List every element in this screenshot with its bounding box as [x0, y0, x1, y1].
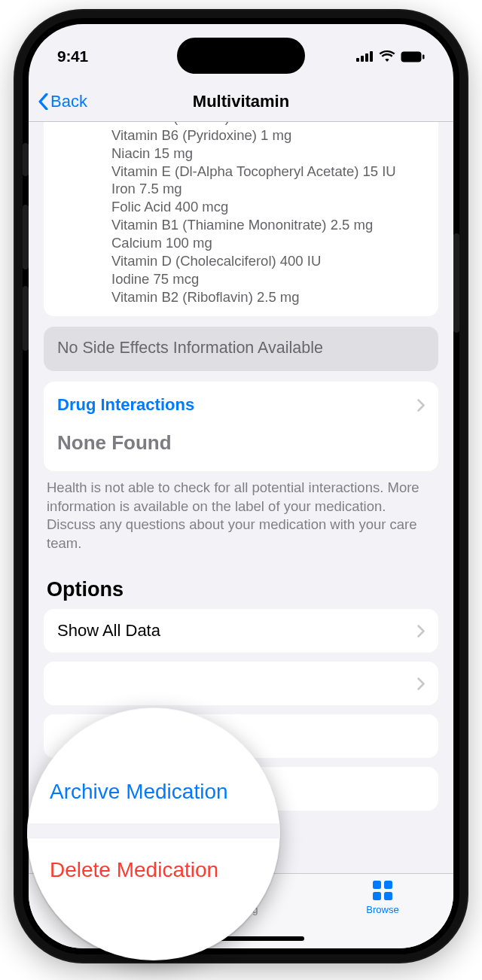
show-all-data-row[interactable]: Show All Data [44, 609, 438, 653]
magnified-archive-medication[interactable]: Archive Medication [27, 760, 280, 823]
ingredients-item: Calcium 100 mg [111, 234, 425, 252]
ingredients-item: Vitamin B1 (Thiamine Mononitrate) 2.5 mg [111, 216, 425, 234]
options-heading: Options [47, 578, 438, 601]
drug-interactions-card: Drug Interactions None Found [44, 382, 438, 471]
drug-interactions-label: Drug Interactions [57, 395, 194, 415]
ingredients-item: Iodine 75 mcg [111, 270, 425, 288]
svg-rect-0 [356, 58, 359, 62]
ingredients-card: Vitamin A (Acetate) 5000 IUVitamin B6 (P… [44, 122, 438, 316]
svg-rect-3 [370, 51, 373, 62]
cellular-icon [356, 51, 374, 62]
magnified-delete-medication[interactable]: Delete Medication [27, 838, 280, 902]
svg-rect-8 [373, 881, 381, 889]
side-button-volume-up [23, 205, 29, 269]
battery-icon [401, 51, 425, 62]
hidden-label [57, 674, 62, 693]
svg-rect-11 [384, 892, 392, 900]
side-button-volume-down [23, 286, 29, 351]
svg-rect-2 [365, 53, 368, 62]
grid-icon [373, 881, 392, 900]
ingredients-item: Niacin 15 mg [111, 145, 425, 163]
status-icons [356, 50, 425, 62]
ingredients-item: Vitamin E (Dl-Alpha Tocopheryl Acetate) … [111, 163, 425, 181]
drug-interactions-row[interactable]: Drug Interactions [57, 395, 425, 415]
side-effects-banner: No Side Effects Information Available [44, 327, 438, 371]
chevron-right-icon [417, 399, 425, 412]
ingredients-item: Vitamin B2 (Riboflavin) 2.5 mg [111, 288, 425, 306]
tab-browse[interactable]: Browse [312, 880, 453, 948]
side-button-silence [23, 143, 29, 176]
chevron-left-icon [38, 93, 49, 110]
tab-browse-label: Browse [366, 904, 398, 915]
dynamic-island [177, 38, 305, 74]
interactions-notice: Health is not able to check for all pote… [44, 479, 438, 552]
ingredients-item: Vitamin D (Cholecalciferol) 400 IU [111, 252, 425, 270]
page-title: Multivitamin [29, 92, 453, 111]
svg-rect-1 [361, 56, 364, 62]
svg-rect-5 [423, 54, 425, 59]
navigation-bar: Back Multivitamin [29, 81, 453, 122]
archive-medication-label [57, 726, 62, 746]
ingredients-item: Folic Acid 400 mcg [111, 198, 425, 216]
show-all-data-label: Show All Data [57, 621, 160, 641]
option-row-hidden-1[interactable] [44, 662, 438, 705]
magnified-gap [27, 823, 280, 838]
svg-rect-10 [373, 892, 381, 900]
chevron-right-icon [417, 677, 425, 690]
status-time: 9:41 [57, 47, 88, 65]
side-button-power [453, 233, 459, 333]
chevron-right-icon [417, 625, 425, 638]
ingredients-item: Iron 7.5 mg [111, 180, 425, 198]
ingredients-item: Vitamin B6 (Pyridoxine) 1 mg [111, 126, 425, 145]
svg-rect-9 [384, 881, 392, 889]
interactions-result: None Found [57, 431, 425, 455]
back-button[interactable]: Back [29, 92, 87, 111]
ingredients-list: Vitamin A (Acetate) 5000 IUVitamin B6 (P… [57, 122, 425, 306]
back-label: Back [50, 92, 87, 111]
wifi-icon [379, 50, 395, 62]
magnifier-overlay: Archive Medication Delete Medication [27, 708, 280, 960]
svg-rect-4 [401, 51, 422, 62]
